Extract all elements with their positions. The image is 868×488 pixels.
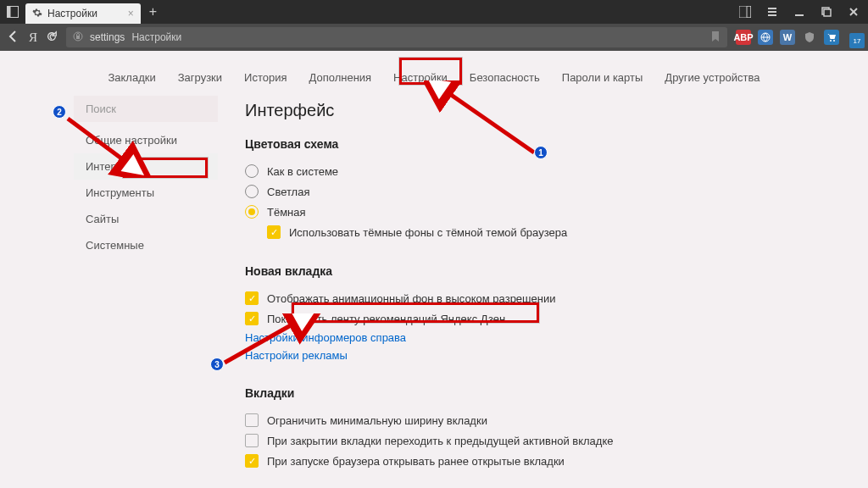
cart-extension-icon[interactable] [824, 30, 839, 45]
vk-icon[interactable]: W [780, 30, 795, 45]
section-color-scheme: Цветовая схема [245, 137, 784, 151]
page-title: Интерфейс [245, 101, 784, 120]
sidebar-toggle-icon[interactable] [0, 6, 25, 18]
check-dark-backgrounds[interactable]: ✓Использовать тёмные фоны с тёмной темой… [245, 222, 784, 242]
shield-icon[interactable] [802, 30, 817, 45]
omnibox[interactable]: settings Настройки [66, 27, 727, 47]
nav-security[interactable]: Безопасность [468, 68, 542, 87]
section-new-tab: Новая вкладка [245, 264, 784, 278]
nav-passwords[interactable]: Пароли и карты [560, 68, 645, 87]
new-tab-button[interactable]: + [141, 4, 165, 19]
nav-settings[interactable]: Настройки [392, 68, 449, 87]
sidebar-item-sites[interactable]: Сайты [74, 206, 218, 232]
radio-light[interactable]: Светлая [245, 181, 784, 202]
settings-main: Интерфейс Цветовая схема Как в системе С… [235, 96, 794, 488]
menu-icon[interactable] [765, 6, 780, 18]
radio-dark[interactable]: Тёмная [245, 202, 784, 222]
sidebar-item-tools[interactable]: Инструменты [74, 180, 218, 206]
annotation-number-3: 3 [210, 358, 224, 371]
minimize-icon[interactable] [792, 6, 807, 18]
sidebar-item-system[interactable]: Системные [74, 232, 218, 258]
panel-icon[interactable] [737, 6, 753, 18]
nav-history[interactable]: История [242, 68, 288, 87]
check-min-width[interactable]: Ограничить минимальную ширину вкладки [245, 410, 784, 430]
settings-sidebar: Поиск Общие настройки Интерфейс Инструме… [74, 96, 218, 488]
svg-point-16 [830, 40, 832, 42]
check-restore-tabs[interactable]: ✓При запуске браузера открывать ранее от… [245, 451, 784, 471]
close-window-icon[interactable] [846, 6, 861, 18]
svg-rect-2 [739, 6, 751, 18]
svg-point-17 [833, 40, 835, 42]
check-anim-background[interactable]: ✓Отображать анимационный фон в высоком р… [245, 288, 784, 308]
close-tab-icon[interactable]: × [103, 8, 134, 19]
reload-icon[interactable] [46, 30, 58, 45]
downloads-badge: 17 [849, 33, 865, 48]
browser-tab[interactable]: Настройки × [25, 3, 141, 24]
link-ads[interactable]: Настройки рекламы [245, 347, 784, 364]
svg-rect-13 [76, 36, 80, 39]
settings-topnav: Закладки Загрузки История Дополнения Нас… [0, 51, 868, 96]
nav-devices[interactable]: Другие устройства [663, 68, 761, 87]
back-icon[interactable] [7, 30, 20, 46]
globe-extension-icon[interactable] [758, 30, 773, 45]
maximize-icon[interactable] [819, 6, 834, 18]
window-titlebar: Настройки × + [0, 0, 868, 24]
svg-rect-9 [824, 9, 831, 16]
gear-icon [32, 8, 42, 20]
annotation-number-1: 1 [534, 146, 548, 159]
adblock-icon[interactable]: ABP [736, 30, 751, 45]
tab-title: Настройки [47, 8, 97, 19]
downloads-icon[interactable]: 17 [846, 30, 861, 45]
sidebar-search[interactable]: Поиск [74, 96, 218, 122]
nav-addons[interactable]: Дополнения [307, 68, 373, 87]
address-toolbar: Я settings Настройки ABP W 17 [0, 24, 868, 51]
bookmark-icon[interactable] [710, 30, 721, 45]
yandex-home-icon[interactable]: Я [29, 30, 37, 45]
omnibox-text: Настройки [131, 31, 181, 43]
site-lock-icon [73, 31, 83, 44]
omnibox-prefix: settings [90, 31, 125, 43]
check-prev-tab[interactable]: При закрытии вкладки переходить к предыд… [245, 430, 784, 451]
svg-rect-3 [747, 6, 751, 18]
svg-rect-1 [8, 7, 11, 18]
check-zen-feed[interactable]: ✓Показывать ленту рекомендаций Яндекс.Дз… [245, 308, 784, 329]
link-informers[interactable]: Настройки информеров справа [245, 329, 784, 347]
sidebar-item-interface[interactable]: Интерфейс [74, 153, 218, 180]
annotation-number-2: 2 [53, 105, 66, 119]
section-tabs: Вкладки [245, 386, 784, 400]
nav-downloads[interactable]: Загрузки [176, 68, 224, 87]
radio-system[interactable]: Как в системе [245, 161, 784, 181]
sidebar-item-general[interactable]: Общие настройки [74, 127, 218, 153]
nav-bookmarks[interactable]: Закладки [106, 68, 157, 87]
